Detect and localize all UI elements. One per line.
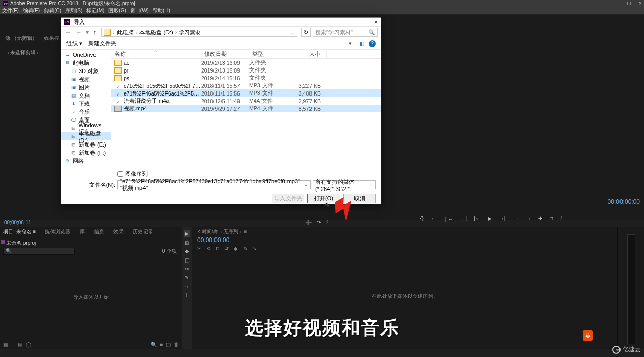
project-button[interactable]: ◯ (26, 342, 31, 347)
monitor-button[interactable]: ↷ (317, 220, 321, 225)
timeline-toggle[interactable]: ✎ (243, 246, 247, 251)
timeline-toggle[interactable]: ↘ (252, 246, 256, 251)
open-button[interactable]: 打开(O) (307, 194, 340, 203)
nav-item[interactable]: ⊟本地磁盘 (D:) (61, 132, 111, 140)
menu-item[interactable]: 帮助(H) (153, 7, 170, 14)
playback-button[interactable]: ← (431, 216, 436, 223)
image-sequence-checkbox[interactable] (117, 171, 123, 177)
view-mode-icon[interactable]: ≣ (335, 40, 343, 48)
project-tab[interactable]: 效果 (113, 228, 124, 235)
window-maximize-icon[interactable]: □ (627, 0, 631, 6)
file-row[interactable]: ♪e71f%2F46a5%2F6ac1%2F57439e13c...2018/1… (111, 89, 381, 97)
timeline-tool[interactable]: ▶ (184, 230, 190, 237)
timeline-toggle[interactable]: ⇵ (225, 246, 229, 251)
menu-item[interactable]: 文件(F) (2, 7, 19, 14)
menu-item[interactable]: 窗口(W) (130, 7, 149, 14)
file-row[interactable]: ps2019/2/14 15:16文件夹 (111, 74, 381, 82)
playback-button[interactable]: □ (550, 216, 553, 223)
timeline-tool[interactable]: ◫ (185, 257, 189, 263)
window-minimize-icon[interactable]: — (613, 0, 619, 6)
file-row[interactable]: ♪c71e%2Fb156%2F5b0e%2F700dcc77...2018/11… (111, 82, 381, 89)
timeline-toggle[interactable]: ⟲ (206, 246, 210, 251)
file-row[interactable]: 视频.mp42019/9/29 17:27MP4 文件8,572 KB (111, 105, 381, 112)
effect-controls-tab[interactable]: 效果控 (44, 35, 59, 42)
timeline-tool[interactable]: ✥ (185, 249, 189, 254)
help-icon[interactable]: ? (369, 40, 376, 47)
cancel-button[interactable]: 取消 (343, 194, 376, 203)
nav-item[interactable]: ⊟新加卷 (F:) (61, 149, 111, 157)
project-button[interactable]: ≣ (11, 342, 15, 347)
breadcrumb-path[interactable]: › 此电脑› 本地磁盘 (D:)› 学习素材 ⌄ (101, 28, 297, 37)
playback-button[interactable]: ▶ (488, 216, 492, 223)
project-search[interactable]: 🔍 (3, 248, 75, 255)
project-button[interactable]: ▦ (3, 342, 8, 347)
project-button[interactable]: ■ (160, 342, 163, 347)
timeline-tab[interactable]: × 时间轴:（无序列）≡ (197, 228, 247, 235)
window-close-icon[interactable]: × (639, 0, 642, 6)
playback-button[interactable]: →| (499, 216, 506, 223)
timeline-tool[interactable]: ✂ (185, 266, 189, 272)
playback-button[interactable]: |← (474, 216, 481, 223)
playback-button[interactable]: → (526, 216, 531, 223)
nav-item[interactable]: ♪音乐 (61, 108, 111, 116)
nav-item[interactable]: ⊟新加卷 (E:) (61, 140, 111, 149)
menu-item[interactable]: 标记(M) (86, 7, 104, 14)
view-dropdown-icon[interactable]: ▾ (346, 40, 354, 48)
nav-item[interactable]: ▣图片 (61, 83, 111, 91)
menu-item[interactable]: 序列(S) (65, 7, 82, 14)
organize-button[interactable]: 组织 ▾ (66, 40, 82, 47)
col-size[interactable]: 大小 (291, 50, 327, 58)
project-button[interactable]: ▢ (166, 342, 171, 347)
crumb[interactable]: 本地磁盘 (D:) (137, 29, 175, 36)
new-folder-button[interactable]: 新建文件夹 (88, 40, 116, 47)
timeline-toggle[interactable]: ◆ (234, 246, 238, 251)
timeline-toggle[interactable]: ✂ (197, 246, 201, 251)
project-tab[interactable]: 媒体浏览器 (45, 228, 70, 235)
file-row[interactable]: pr2019/2/13 16:09文件夹 (111, 66, 381, 74)
import-folder-button[interactable]: 导入文件夹 (272, 194, 304, 203)
menu-item[interactable]: 图形(G) (108, 7, 126, 14)
project-button[interactable]: 🗑 (174, 342, 179, 347)
nav-recent-icon[interactable]: ▾ (85, 29, 90, 36)
menu-item[interactable]: 编辑(E) (23, 7, 40, 14)
refresh-button[interactable]: ↻ (301, 28, 311, 37)
nav-back-icon[interactable]: ← (64, 29, 73, 36)
playback-button[interactable]: ⤴ (560, 216, 562, 223)
nav-up-icon[interactable]: ↑ (92, 29, 97, 36)
col-date[interactable]: 修改日期 (201, 50, 249, 58)
project-tab[interactable]: 库 (80, 228, 85, 235)
timeline-tool[interactable]: ↔ (184, 283, 189, 289)
nav-item[interactable]: ▤文档 (61, 91, 111, 100)
nav-item[interactable]: ☁OneDrive (61, 51, 111, 59)
timeline-tool[interactable]: ⊞ (185, 240, 189, 246)
nav-item[interactable]: ◻3D 对象 (61, 67, 111, 75)
monitor-button[interactable]: ➕ (305, 220, 312, 225)
playback-button[interactable]: ｜← (443, 216, 454, 223)
file-row[interactable]: ae2019/2/13 16:09文件夹 (111, 59, 381, 66)
preview-pane-icon[interactable]: ◧ (357, 40, 366, 48)
project-button[interactable]: 🔍 (151, 342, 157, 347)
playback-button[interactable]: |→ (512, 216, 519, 223)
nav-item[interactable]: ⊕网络 (61, 157, 111, 165)
file-type-filter[interactable]: 所有支持的媒体 (*.264;*.3G2;* ⌄ (313, 180, 376, 189)
nav-item[interactable]: ▣视频 (61, 75, 111, 83)
timeline-tool[interactable]: T (185, 292, 188, 298)
monitor-button[interactable]: ⤴ (326, 220, 328, 225)
file-row[interactable]: ♪流着泪说分手.m4a2018/12/5 11:49M4A 文件2,977 KB (111, 97, 381, 105)
playback-button[interactable]: {} (420, 216, 424, 223)
source-tab[interactable]: 源:（无剪辑） (5, 35, 37, 42)
playback-button[interactable]: ✚ (538, 216, 542, 223)
nav-item[interactable]: 🖥此电脑 (61, 59, 111, 67)
crumb[interactable]: 此电脑 (115, 29, 136, 36)
project-button[interactable]: ▤ (18, 342, 22, 347)
project-tab[interactable]: 信息 (94, 228, 104, 235)
project-tab[interactable]: 历史记录 (133, 228, 153, 235)
col-type[interactable]: 类型 (249, 50, 291, 58)
search-field[interactable]: 搜索"学习素材" 🔍 (313, 28, 378, 37)
filter-dropdown-icon[interactable]: ⌄ (370, 183, 373, 187)
timeline-toggle[interactable]: ⊓ (216, 246, 220, 251)
project-tab[interactable]: 项目: 未命名 ≡ (3, 228, 36, 235)
filename-dropdown-icon[interactable]: ⌄ (304, 183, 308, 187)
playback-button[interactable]: ←| (461, 216, 467, 223)
filename-input[interactable]: "e71f%2F46a5%2F6ac1%2F57439e13c71a01774f… (117, 180, 311, 189)
